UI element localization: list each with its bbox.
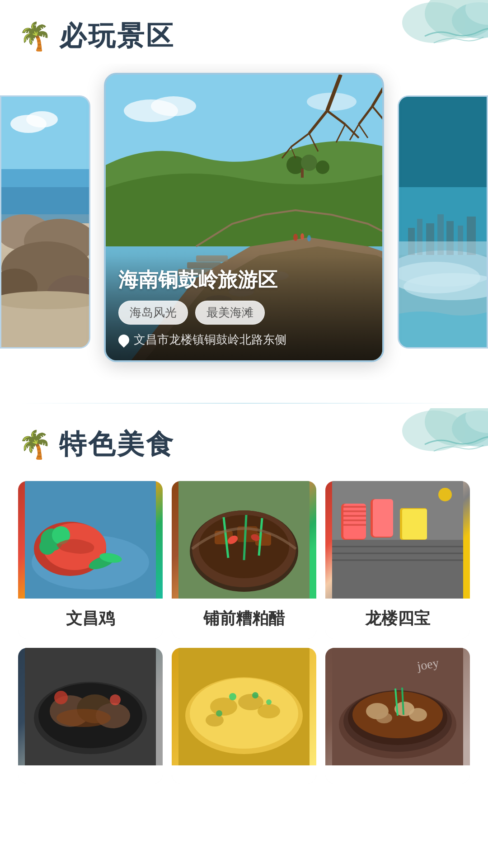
left-card-image <box>1 97 89 347</box>
svg-point-6 <box>26 111 58 127</box>
card-tags: 海岛风光 最美海滩 <box>118 301 370 325</box>
svg-point-115 <box>56 709 111 727</box>
food-image-5 <box>172 648 316 765</box>
svg-point-24 <box>316 160 329 174</box>
svg-point-23 <box>301 155 317 171</box>
svg-point-120 <box>190 678 298 749</box>
center-card-info: 海南铜鼓岭旅游区 海岛风光 最美海滩 文昌市龙楼镇铜鼓岭北路东侧 <box>106 256 382 360</box>
svg-point-67 <box>402 410 465 451</box>
svg-point-19 <box>151 96 196 116</box>
food-label-2: 铺前糟粕醋 <box>172 599 316 639</box>
food-title-text: 特色美食 <box>59 426 175 463</box>
svg-rect-103 <box>373 499 393 537</box>
svg-rect-101 <box>343 524 366 526</box>
food-image-4 <box>18 648 163 765</box>
food-image-2 <box>172 481 316 599</box>
scenic-title-text: 必玩景区 <box>59 18 175 55</box>
food-header-deco <box>343 408 488 458</box>
svg-point-126 <box>252 692 258 698</box>
svg-point-117 <box>110 694 121 705</box>
scenic-carousel[interactable]: 海南铜鼓岭旅游区 海岛风光 最美海滩 文昌市龙楼镇铜鼓岭北路东侧 <box>0 64 488 380</box>
scenic-section: 🌴 必玩景区 <box>0 0 488 398</box>
food-image-3 <box>325 481 470 599</box>
svg-rect-25 <box>301 169 304 178</box>
food-header: 🌴 特色美食 <box>0 408 488 472</box>
scenic-header-deco <box>343 0 488 50</box>
food-section: 🌴 特色美食 <box>0 408 488 802</box>
svg-rect-100 <box>343 519 366 521</box>
tag-1: 海岛风光 <box>118 301 188 325</box>
food-card-6[interactable]: joey <box>325 648 470 783</box>
scenic-card-center[interactable]: 海南铜鼓岭旅游区 海岛风光 最美海滩 文昌市龙楼镇铜鼓岭北路东侧 <box>104 73 384 362</box>
palm-icon-food: 🌴 <box>18 429 54 461</box>
svg-point-33 <box>293 234 298 241</box>
card-location: 文昌市龙楼镇铜鼓岭北路东侧 <box>118 332 370 348</box>
food-grid: 文昌鸡 <box>0 472 488 802</box>
food-card-4[interactable] <box>18 648 163 783</box>
svg-rect-97 <box>343 506 366 508</box>
svg-rect-105 <box>402 509 427 539</box>
svg-point-75 <box>39 538 56 555</box>
food-image-1 <box>18 481 163 599</box>
spot-name: 海南铜鼓岭旅游区 <box>118 267 370 293</box>
right-card-image <box>399 97 487 347</box>
palm-icon-scenic: 🌴 <box>18 20 54 52</box>
tag-2: 最美海滩 <box>195 301 265 325</box>
food-image-6: joey <box>325 648 470 765</box>
scenic-header: 🌴 必玩景区 <box>0 0 488 64</box>
svg-point-123 <box>258 704 280 718</box>
section-separator <box>18 403 470 404</box>
food-card-1[interactable]: 文昌鸡 <box>18 481 163 639</box>
svg-point-121 <box>210 698 237 716</box>
svg-rect-52 <box>399 97 488 187</box>
svg-point-34 <box>300 233 304 240</box>
food-label-5 <box>172 765 316 783</box>
svg-point-127 <box>266 699 272 705</box>
svg-rect-99 <box>343 515 366 517</box>
food-label-6 <box>325 765 470 783</box>
svg-point-15 <box>1 291 90 309</box>
svg-rect-91 <box>332 540 463 599</box>
food-card-3[interactable]: 龙楼四宝 <box>325 481 470 639</box>
svg-rect-98 <box>343 510 366 512</box>
svg-point-125 <box>229 693 236 700</box>
food-label-3: 龙楼四宝 <box>325 599 470 639</box>
food-label-1: 文昌鸡 <box>18 599 163 639</box>
svg-point-137 <box>376 712 392 723</box>
location-text: 文昌市龙楼镇铜鼓岭北路东侧 <box>134 332 286 348</box>
svg-point-136 <box>409 708 427 722</box>
scenic-card-left[interactable] <box>0 95 90 349</box>
svg-point-116 <box>54 691 68 704</box>
svg-point-108 <box>438 488 452 501</box>
scenic-card-right[interactable] <box>398 95 488 349</box>
food-card-5[interactable] <box>172 648 316 783</box>
scenic-title-container: 🌴 必玩景区 <box>18 18 175 55</box>
location-pin-icon <box>116 332 131 348</box>
svg-point-35 <box>307 235 311 241</box>
food-label-4 <box>18 765 163 783</box>
food-title-container: 🌴 特色美食 <box>18 426 175 463</box>
center-card-image: 海南铜鼓岭旅游区 海岛风光 最美海滩 文昌市龙楼镇铜鼓岭北路东侧 <box>106 75 382 360</box>
svg-point-128 <box>216 710 222 717</box>
food-card-2[interactable]: 铺前糟粕醋 <box>172 481 316 639</box>
svg-point-2 <box>402 2 465 43</box>
